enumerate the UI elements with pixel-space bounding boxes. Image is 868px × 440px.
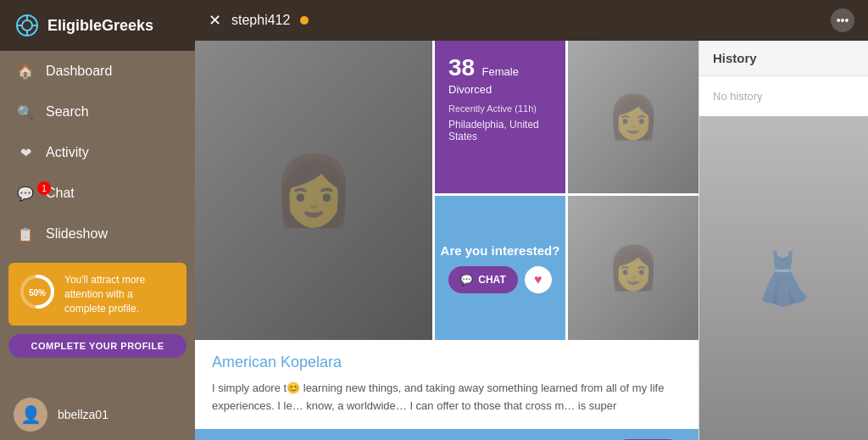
username-label: bbellza01 xyxy=(58,408,108,421)
chat-icon-btn: 💬 xyxy=(460,274,473,286)
profile-info-section: American Kopelara I simply adore t😊 lear… xyxy=(195,340,698,429)
slideshow-icon: 📋 xyxy=(17,226,34,242)
interest-buttons: 💬 CHAT ♥ xyxy=(448,266,551,293)
interest-cell: Are you interested? 💬 CHAT ♥ xyxy=(435,196,565,340)
photo-3: 👩 xyxy=(568,196,698,340)
profile-header-left: ✕ stephi412 xyxy=(209,11,309,30)
profile-bio: I simply adore t😊 learning new things, a… xyxy=(212,380,682,415)
logo: EligibleGreeks xyxy=(0,0,195,51)
photo-grid: 👩 38 Female Divorced Recently Active (11… xyxy=(195,41,698,340)
nav-label-dashboard: Dashboard xyxy=(46,64,112,79)
history-empty-text: No history xyxy=(699,76,868,116)
profile-display-name: American Kopelara xyxy=(212,354,682,371)
sidebar: EligibleGreeks 🏠 Dashboard 🔍 Search ❤ Ac… xyxy=(0,0,195,440)
svg-text:50%: 50% xyxy=(29,288,46,298)
activity-status: Recently Active (11h) xyxy=(448,103,552,114)
profile-main: 👩 38 Female Divorced Recently Active (11… xyxy=(195,41,698,440)
right-panel: History No history 👗 xyxy=(698,41,868,440)
home-icon: 🏠 xyxy=(17,63,34,80)
profile-age: 38 Female Divorced xyxy=(448,54,552,97)
age-value: 38 xyxy=(448,54,475,81)
activity-icon: ❤ xyxy=(17,144,34,161)
main-photo: 👩 xyxy=(195,41,432,340)
promo-text: You'll attract more attention with a com… xyxy=(64,273,176,315)
sidebar-item-dashboard[interactable]: 🏠 Dashboard xyxy=(0,51,195,92)
progress-circle-icon: 50% xyxy=(19,273,56,310)
profile-info-cell: 38 Female Divorced Recently Active (11h)… xyxy=(435,41,565,193)
profile-header: ✕ stephi412 ••• xyxy=(195,0,868,41)
status-value: Divorced xyxy=(448,83,492,96)
history-panel-title: History xyxy=(699,41,868,76)
more-button[interactable]: ••• xyxy=(831,8,854,32)
sidebar-item-search[interactable]: 🔍 Search xyxy=(0,92,195,132)
nav-label-activity: Activity xyxy=(46,145,89,160)
photo-2: 👩 xyxy=(568,41,698,193)
photo-3-image: 👩 xyxy=(568,196,698,340)
complete-profile-button[interactable]: COMPLETE YOUR PROFILE xyxy=(8,334,186,358)
right-photo-image: 👗 xyxy=(699,116,868,440)
sidebar-item-slideshow[interactable]: 📋 Slideshow xyxy=(0,214,195,254)
avatar: 👤 xyxy=(14,398,47,432)
profile-promo: 50% You'll attract more attention with a… xyxy=(8,263,186,326)
interested-bar: Are you interested? ♥ LIKE xyxy=(195,429,698,440)
like-button[interactable]: ♥ xyxy=(525,266,552,293)
nav-label-slideshow: Slideshow xyxy=(46,226,108,242)
sidebar-item-activity[interactable]: ❤ Activity xyxy=(0,132,195,173)
sidebar-user: 👤 bbellza01 xyxy=(0,389,195,440)
nav-label-search: Search xyxy=(46,104,89,120)
interested-question: Are you interested? xyxy=(441,243,560,258)
search-icon: 🔍 xyxy=(17,103,34,120)
main-content: ✕ stephi412 ••• 👩 38 Female Divorced xyxy=(195,0,868,440)
logo-icon xyxy=(14,12,41,39)
sidebar-item-chat[interactable]: 💬 Chat 1 xyxy=(0,173,195,214)
profile-username: stephi412 xyxy=(231,13,290,28)
online-status-dot xyxy=(300,16,309,25)
app-name: EligibleGreeks xyxy=(47,17,153,35)
main-photo-image: 👩 xyxy=(195,41,432,340)
location-value: Philadelphia, United States xyxy=(448,119,552,142)
chat-icon: 💬 xyxy=(17,185,34,202)
chat-badge: 1 xyxy=(37,181,51,195)
chat-button[interactable]: 💬 CHAT xyxy=(448,266,517,293)
photo-2-image: 👩 xyxy=(568,41,698,193)
profile-body: 👩 38 Female Divorced Recently Active (11… xyxy=(195,41,868,440)
svg-point-1 xyxy=(22,20,32,31)
right-panel-photo: 👗 xyxy=(699,116,868,440)
close-button[interactable]: ✕ xyxy=(209,11,221,30)
gender-value: Female xyxy=(482,65,519,78)
